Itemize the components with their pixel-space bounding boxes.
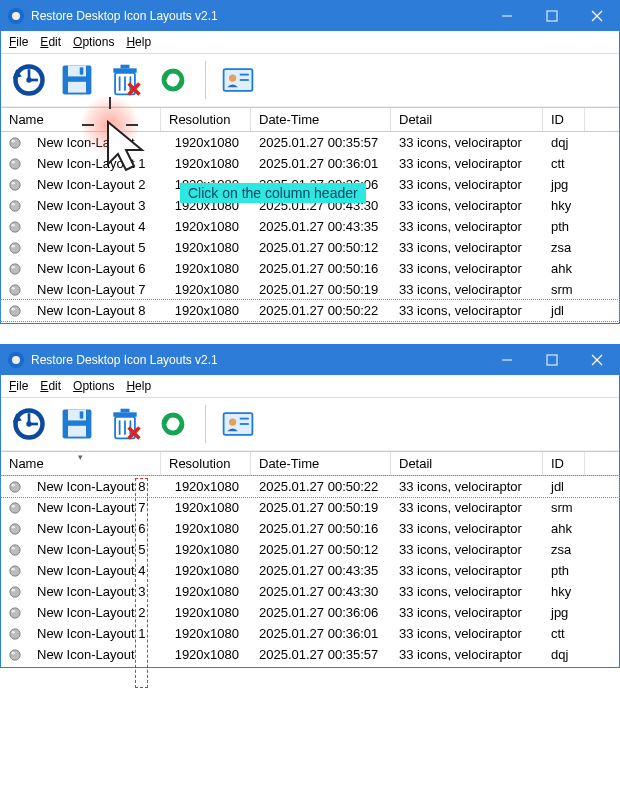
cell-detail: 33 icons, velociraptor	[391, 282, 543, 297]
menu-file[interactable]: File	[5, 377, 32, 395]
cell-detail: 33 icons, velociraptor	[391, 647, 543, 662]
svg-point-81	[10, 523, 20, 533]
listview: Name ▾ Resolution Date-Time Detail ID Ne…	[1, 451, 619, 667]
svg-point-42	[12, 266, 15, 268]
col-header-detail[interactable]: Detail	[391, 108, 543, 131]
table-row[interactable]: New Icon-Layout 11920x10802025.01.27 00:…	[1, 153, 619, 174]
disc-icon	[1, 627, 29, 641]
menu-options[interactable]: Options	[69, 33, 118, 51]
restore-icon[interactable]	[9, 60, 49, 100]
svg-point-80	[12, 505, 15, 507]
col-header-datetime[interactable]: Date-Time	[251, 452, 391, 475]
column-headers: Name ▾ Resolution Date-Time Detail ID	[1, 451, 619, 476]
cell-resolution: 1920x1080	[161, 647, 251, 662]
svg-rect-3	[547, 11, 557, 21]
svg-point-77	[10, 481, 20, 491]
delete-icon[interactable]	[105, 404, 145, 444]
menu-help[interactable]: Help	[122, 33, 155, 51]
disc-icon	[1, 543, 29, 557]
col-header-id[interactable]: ID	[543, 108, 585, 131]
table-row[interactable]: New Icon-Layout 81920x10802025.01.27 00:…	[1, 300, 619, 321]
table-row[interactable]: New Icon-Layout 41920x10802025.01.27 00:…	[1, 216, 619, 237]
close-button[interactable]	[574, 345, 619, 375]
cell-name: New Icon-Layout 7	[29, 282, 161, 297]
table-row[interactable]: New Icon-Layout1920x10802025.01.27 00:35…	[1, 644, 619, 665]
disc-icon	[1, 480, 29, 494]
cell-name: New Icon-Layout 2	[29, 605, 161, 620]
svg-point-45	[10, 305, 20, 315]
cell-datetime: 2025.01.27 00:50:12	[251, 542, 391, 557]
svg-point-38	[12, 224, 15, 226]
user-badge-icon[interactable]	[218, 404, 258, 444]
cell-detail: 33 icons, velociraptor	[391, 500, 543, 515]
table-row[interactable]: New Icon-Layout 61920x10802025.01.27 00:…	[1, 518, 619, 539]
col-header-name[interactable]: Name ▾	[1, 452, 161, 475]
cell-resolution: 1920x1080	[161, 303, 251, 318]
user-badge-icon[interactable]	[218, 60, 258, 100]
col-header-id[interactable]: ID	[543, 452, 585, 475]
cell-resolution: 1920x1080	[161, 479, 251, 494]
svg-rect-12	[68, 66, 86, 77]
table-row[interactable]: New Icon-Layout 11920x10802025.01.27 00:…	[1, 623, 619, 644]
table-row[interactable]: New Icon-Layout 31920x10802025.01.27 00:…	[1, 581, 619, 602]
cell-id: ctt	[543, 626, 585, 641]
table-row[interactable]: New Icon-Layout 71920x10802025.01.27 00:…	[1, 497, 619, 518]
cell-id: hky	[543, 198, 585, 213]
table-row[interactable]: New Icon-Layout 81920x10802025.01.27 00:…	[1, 476, 619, 497]
menu-help[interactable]: Help	[122, 377, 155, 395]
titlebar[interactable]: Restore Desktop Icon Layouts v2.1	[1, 1, 619, 31]
save-icon[interactable]	[57, 404, 97, 444]
menu-options[interactable]: Options	[69, 377, 118, 395]
table-row[interactable]: New Icon-Layout1920x10802025.01.27 00:35…	[1, 132, 619, 153]
svg-point-90	[12, 610, 15, 612]
col-header-name[interactable]: Name	[1, 108, 161, 131]
toolbar-divider	[205, 61, 206, 99]
cell-detail: 33 icons, velociraptor	[391, 240, 543, 255]
minimize-button[interactable]	[484, 1, 529, 31]
cell-id: zsa	[543, 542, 585, 557]
window-title: Restore Desktop Icon Layouts v2.1	[31, 353, 484, 367]
table-row[interactable]: New Icon-Layout 61920x10802025.01.27 00:…	[1, 258, 619, 279]
svg-point-34	[12, 182, 15, 184]
cell-name: New Icon-Layout 4	[29, 219, 161, 234]
refresh-icon[interactable]	[153, 60, 193, 100]
svg-point-44	[12, 287, 15, 289]
cell-id: zsa	[543, 240, 585, 255]
cell-resolution: 1920x1080	[161, 521, 251, 536]
refresh-icon[interactable]	[153, 404, 193, 444]
cell-name: New Icon-Layout 8	[29, 303, 161, 318]
table-row[interactable]: New Icon-Layout 51920x10802025.01.27 00:…	[1, 539, 619, 560]
table-row[interactable]: New Icon-Layout 71920x10802025.01.27 00:…	[1, 279, 619, 300]
svg-point-86	[12, 568, 15, 570]
table-row[interactable]: New Icon-Layout 41920x10802025.01.27 00:…	[1, 560, 619, 581]
cell-resolution: 1920x1080	[161, 500, 251, 515]
svg-rect-68	[121, 409, 130, 413]
menu-edit[interactable]: Edit	[36, 33, 65, 51]
disc-icon	[1, 501, 29, 515]
table-row[interactable]: New Icon-Layout 51920x10802025.01.27 00:…	[1, 237, 619, 258]
delete-icon[interactable]	[105, 60, 145, 100]
cell-id: jdl	[543, 479, 585, 494]
col-header-datetime[interactable]: Date-Time	[251, 108, 391, 131]
restore-icon[interactable]	[9, 404, 49, 444]
col-header-detail[interactable]: Detail	[391, 452, 543, 475]
table-row[interactable]: New Icon-Layout 21920x10802025.01.27 00:…	[1, 602, 619, 623]
disc-icon	[1, 157, 29, 171]
svg-point-33	[10, 179, 20, 189]
cell-name: New Icon-Layout 5	[29, 542, 161, 557]
minimize-button[interactable]	[484, 345, 529, 375]
menu-file[interactable]: File	[5, 33, 32, 51]
save-icon[interactable]	[57, 60, 97, 100]
col-header-resolution[interactable]: Resolution	[161, 108, 251, 131]
disc-icon	[1, 199, 29, 213]
titlebar[interactable]: Restore Desktop Icon Layouts v2.1	[1, 345, 619, 375]
menu-edit[interactable]: Edit	[36, 377, 65, 395]
cell-datetime: 2025.01.27 00:50:16	[251, 261, 391, 276]
cell-detail: 33 icons, velociraptor	[391, 198, 543, 213]
cell-id: dqj	[543, 647, 585, 662]
col-header-resolution[interactable]: Resolution	[161, 452, 251, 475]
menubar: File Edit Options Help	[1, 375, 619, 398]
maximize-button[interactable]	[529, 345, 574, 375]
maximize-button[interactable]	[529, 1, 574, 31]
close-button[interactable]	[574, 1, 619, 31]
